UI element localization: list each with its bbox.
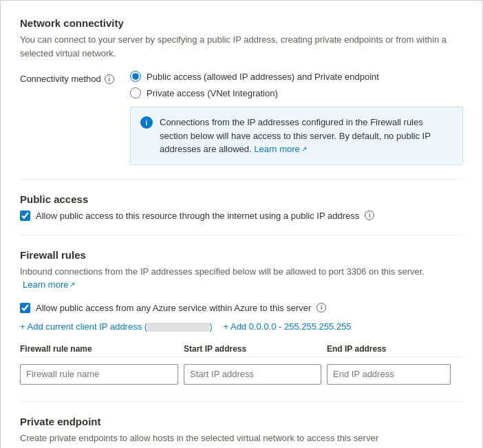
connectivity-title: Network connectivity xyxy=(20,17,463,29)
rule-name-cell xyxy=(20,364,178,385)
azure-service-info-icon[interactable]: i xyxy=(316,303,326,312)
azure-service-checkbox[interactable] xyxy=(20,303,30,313)
start-ip-input[interactable] xyxy=(184,364,321,385)
info-box-text: Connections from the IP addresses config… xyxy=(160,116,453,156)
divider-1 xyxy=(20,179,463,180)
divider-3 xyxy=(20,401,463,402)
firewall-table-header: Firewall rule name Start IP address End … xyxy=(20,340,463,357)
private-endpoint-description: Create private endpoints to allow hosts … xyxy=(20,431,463,445)
public-access-title: Public access xyxy=(20,193,463,205)
public-access-radio[interactable] xyxy=(130,71,141,82)
add-ip-range-button[interactable]: + Add 0.0.0.0 - 255.255.255.255 xyxy=(223,321,351,332)
add-client-ip-button[interactable]: + Add current client IP address () xyxy=(20,321,212,332)
column-header-rule-name: Firewall rule name xyxy=(20,344,178,354)
firewall-links-row: + Add current client IP address () + Add… xyxy=(20,321,463,332)
public-access-checkbox-label: Allow public access to this resource thr… xyxy=(36,211,359,221)
start-ip-cell xyxy=(184,364,321,385)
column-header-end-ip: End IP address xyxy=(327,344,451,354)
connectivity-radio-group: Public access (allowed IP addresses) and… xyxy=(130,71,379,98)
connectivity-method-info-icon[interactable]: i xyxy=(105,74,114,84)
private-access-label: Private access (VNet Integration) xyxy=(147,88,278,98)
connectivity-method-label: Connectivity method i xyxy=(20,71,130,84)
public-access-checkbox[interactable] xyxy=(20,211,30,221)
firewall-title: Firewall rules xyxy=(20,249,463,261)
firewall-section: Firewall rules Inbound connections from … xyxy=(20,249,463,387)
private-endpoint-title: Private endpoint xyxy=(20,416,463,427)
firewall-table-row xyxy=(20,361,463,387)
azure-service-label: Allow public access from any Azure servi… xyxy=(36,303,311,313)
connectivity-learn-more-link[interactable]: Learn more xyxy=(254,142,306,156)
firewall-learn-more-link[interactable]: Learn more xyxy=(23,278,75,292)
connectivity-info-box: i Connections from the IP addresses conf… xyxy=(130,107,463,165)
private-access-option[interactable]: Private access (VNet Integration) xyxy=(130,87,379,98)
column-header-start-ip: Start IP address xyxy=(184,344,321,354)
connectivity-description: You can connect to your server by specif… xyxy=(20,33,463,60)
private-endpoint-section: Private endpoint Create private endpoint… xyxy=(20,416,463,445)
public-access-label: Public access (allowed IP addresses) and… xyxy=(147,72,379,82)
public-access-section: Public access Allow public access to thi… xyxy=(20,193,463,221)
divider-2 xyxy=(20,235,463,235)
info-icon: i xyxy=(140,116,153,129)
azure-service-checkbox-row[interactable]: Allow public access from any Azure servi… xyxy=(20,303,463,313)
end-ip-cell xyxy=(327,364,451,385)
firewall-description: Inbound connections from the IP addresse… xyxy=(20,265,463,292)
connectivity-method-row: Connectivity method i Public access (all… xyxy=(20,71,463,98)
public-access-checkbox-row[interactable]: Allow public access to this resource thr… xyxy=(20,211,463,221)
private-access-radio[interactable] xyxy=(130,87,141,98)
public-access-option[interactable]: Public access (allowed IP addresses) and… xyxy=(130,71,379,82)
public-access-info-icon[interactable]: i xyxy=(365,211,374,220)
end-ip-input[interactable] xyxy=(327,364,451,385)
client-ip-placeholder xyxy=(147,323,209,332)
main-container: Network connectivity You can connect to … xyxy=(0,0,483,448)
firewall-rule-name-input[interactable] xyxy=(20,364,178,385)
connectivity-section: Network connectivity You can connect to … xyxy=(20,17,463,165)
